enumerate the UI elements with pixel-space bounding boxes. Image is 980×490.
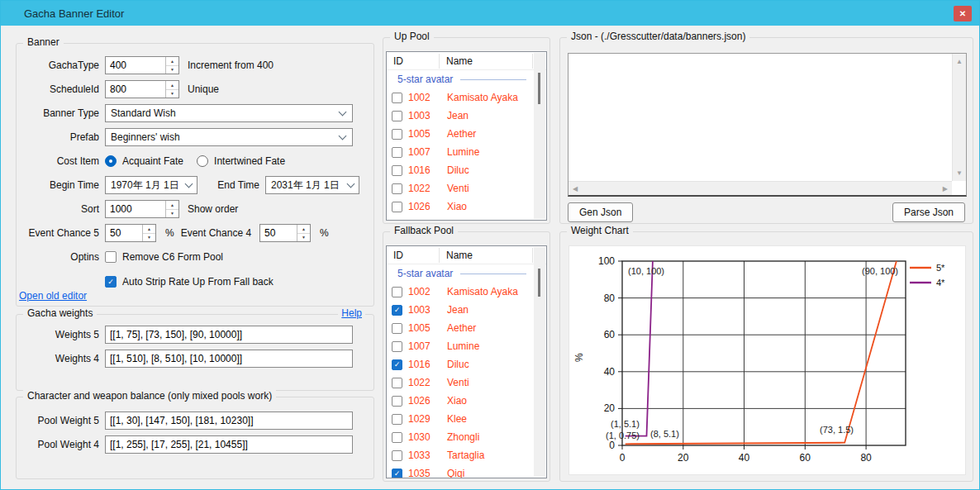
row-checkbox[interactable] [392,414,402,425]
event-chance-4-spinner[interactable]: ▲ ▼ [259,224,311,242]
list-item[interactable]: 1033Tartaglia [387,446,546,464]
close-button[interactable]: ✕ [954,6,972,21]
spin-up-button[interactable]: ▲ [166,57,178,66]
weight-chart-svg: 020406080020406080100%5*4*(10, 100)(90, … [569,246,965,474]
row-checkbox[interactable] [392,111,402,121]
begin-time-value: 1970年 1月 1日 [111,178,186,193]
name-column-header[interactable]: Name [440,54,533,69]
scroll-up-arrow[interactable]: ▲ [956,58,963,65]
remove-c6-label: Remove C6 Form Pool [122,251,223,263]
spin-down-button[interactable]: ▼ [166,66,178,74]
row-checkbox[interactable] [392,396,402,407]
weights-4-input[interactable] [105,350,353,368]
name-column-header[interactable]: Name [440,248,533,263]
row-checkbox[interactable] [392,287,402,297]
id-column-header[interactable]: ID [387,54,440,69]
vertical-scrollbar[interactable]: ▲ ▼ [952,54,966,181]
prefab-select[interactable]: Beginners' wish [105,128,353,146]
row-checkbox[interactable] [392,129,402,140]
event-chance-5-input[interactable] [106,225,142,241]
remove-c6-checkbox[interactable] [105,251,117,263]
row-id: 1002 [408,92,440,103]
list-item[interactable]: 1007Lumine [387,337,546,355]
event-chance-5-spinner[interactable]: ▲ ▼ [105,224,156,242]
radio-intertwined-fate[interactable] [197,155,208,167]
spin-up-button[interactable]: ▲ [166,81,178,90]
gen-json-button[interactable]: Gen Json [568,202,633,222]
list-item[interactable]: 1016Diluc [387,161,546,179]
horizontal-scrollbar[interactable]: ◀ ▶ [568,181,952,195]
scrollbar-thumb[interactable] [538,269,540,297]
event-chance-4-input[interactable] [260,225,297,241]
balance-group-label: Character and weapon balance (only mixed… [23,390,276,402]
row-checkbox[interactable] [392,450,402,461]
row-checkbox[interactable] [392,432,402,443]
auto-strip-checkbox[interactable]: ✓ [105,276,117,288]
title-bar[interactable]: Gacha Banner Editor [1,1,979,26]
gachatype-input[interactable] [106,57,165,74]
row-checkbox[interactable] [392,323,402,334]
list-item[interactable]: 1026Xiao [387,197,546,216]
spin-up-button[interactable]: ▲ [166,201,178,210]
list-item[interactable]: 1029Klee [387,410,546,428]
scrollbar-track[interactable] [534,53,545,219]
row-checkbox[interactable] [392,341,402,352]
pool-weight-4-input[interactable] [105,435,353,454]
list-item[interactable]: 1022Venti [387,373,546,392]
list-rows: 1002Kamisato Ayaka1003Jean1005Aether1007… [387,88,546,216]
scheduleid-spinner[interactable]: ▲ ▼ [105,80,179,98]
list-item[interactable]: ✓1035Qiqi [387,464,546,478]
scrollbar-thumb[interactable] [538,73,540,104]
row-id: 1002 [408,286,440,297]
list-item[interactable]: 1002Kamisato Ayaka [387,283,546,301]
sort-input[interactable] [106,201,165,217]
begin-time-picker[interactable]: 1970年 1月 1日 [105,176,197,194]
row-checkbox[interactable] [392,165,402,176]
id-column-header[interactable]: ID [387,248,440,263]
sort-spinner[interactable]: ▲ ▼ [105,200,179,218]
list-item[interactable]: 1005Aether [387,319,546,337]
spin-up-button[interactable]: ▲ [297,225,310,234]
row-checkbox[interactable] [392,93,402,103]
row-checkbox[interactable] [392,378,402,388]
scroll-right-arrow[interactable]: ▶ [943,185,948,193]
weights-5-input[interactable] [105,326,353,344]
row-id: 1005 [408,128,440,140]
json-textarea-content[interactable] [570,55,951,180]
scrollbar-track[interactable] [534,247,545,477]
gachatype-spinner[interactable]: ▲ ▼ [105,56,179,74]
parse-json-button[interactable]: Parse Json [892,202,965,222]
spin-down-button[interactable]: ▼ [166,90,178,98]
svg-text:(1, 5.1): (1, 5.1) [611,419,640,429]
scroll-down-arrow[interactable]: ▼ [956,169,963,177]
row-checkbox[interactable] [392,202,402,212]
spin-down-button[interactable]: ▼ [166,210,178,218]
end-time-picker[interactable]: 2031年 1月 1日 [265,176,359,194]
row-checkbox[interactable]: ✓ [392,469,402,479]
row-checkbox[interactable] [392,183,402,194]
scroll-left-arrow[interactable]: ◀ [573,185,578,193]
spin-down-button[interactable]: ▼ [143,234,155,242]
open-old-editor-link[interactable]: Open old editor [19,290,87,302]
list-item[interactable]: 1005Aether [387,125,546,143]
list-item[interactable]: ✓1003Jean [387,301,546,319]
list-item[interactable]: 1003Jean [387,107,546,125]
spin-up-button[interactable]: ▲ [143,225,155,234]
banner-type-select[interactable]: Standard Wish [105,104,353,122]
pool-weight-5-input[interactable] [105,412,353,430]
list-item[interactable]: 1022Venti [387,179,546,197]
radio-acquaint-fate[interactable] [105,155,117,167]
row-checkbox[interactable]: ✓ [392,305,402,316]
json-textarea[interactable]: ▲ ▼ ◀ ▶ [568,53,967,197]
list-item[interactable]: 1026Xiao [387,392,546,410]
row-id: 1005 [408,322,440,334]
list-item[interactable]: ✓1016Diluc [387,355,546,373]
row-checkbox[interactable]: ✓ [392,359,402,370]
list-item[interactable]: 1007Lumine [387,143,546,161]
scheduleid-input[interactable] [106,81,165,98]
list-item[interactable]: 1030Zhongli [387,428,546,446]
row-checkbox[interactable] [392,147,402,158]
help-link[interactable]: Help [338,307,365,319]
list-item[interactable]: 1002Kamisato Ayaka [387,88,546,107]
spin-down-button[interactable]: ▼ [297,234,310,242]
